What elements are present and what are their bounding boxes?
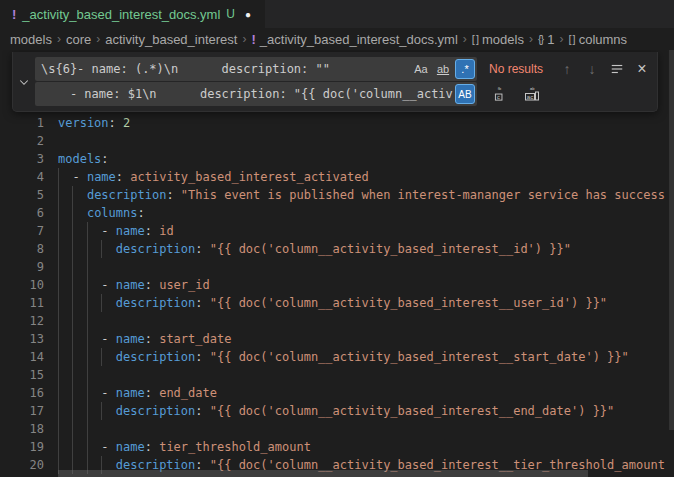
indent-guide [58,222,59,240]
find-previous-icon[interactable]: ↑ [556,58,578,80]
code-line[interactable]: 16 - name: end_date [0,384,674,402]
find-in-selection-icon[interactable] [606,58,628,80]
indent-guide [58,438,59,456]
code-line[interactable]: 12 [0,312,674,330]
modified-dot-icon[interactable]: ● [245,9,251,20]
breadcrumb-item-core[interactable]: core [66,32,91,47]
tab-title: _activity_based_interest_docs.yml [22,7,220,22]
indent-guide [72,402,73,420]
code-line[interactable]: 15 [0,366,674,384]
toggle-replace-chevron-icon[interactable] [13,52,35,111]
yaml-file-icon: ! [12,7,16,22]
code-line-text: description: "{{ doc('column__activity_b… [58,240,674,258]
indent-guide [72,348,73,366]
code-line[interactable]: 9 [0,258,674,276]
vertical-scrollbar[interactable] [669,50,674,430]
svg-text:c: c [497,94,500,100]
line-number: 16 [0,384,58,402]
line-number: 14 [0,348,58,366]
preserve-case-icon[interactable]: AB [455,84,475,104]
line-number: 20 [0,456,58,474]
whole-word-icon[interactable]: ab [433,59,453,79]
line-number: 4 [0,168,58,186]
breadcrumb-label: activity_based_interest [105,32,237,47]
indent-guide [58,312,59,330]
breadcrumb-label: core [66,32,91,47]
code-line-text: - name: tier_threshold_amount [58,438,674,456]
horizontal-scrollbar[interactable] [58,470,588,477]
indent-guide [58,168,59,186]
code-line-text: description: "This event is published wh… [58,186,674,204]
indent-guide [58,366,59,384]
replace-all-icon[interactable]: ᵃᵇ ac [521,83,543,105]
line-number: 7 [0,222,58,240]
code-line[interactable]: 8 description: "{{ doc('column__activity… [0,240,674,258]
indent-guide [87,222,88,240]
replace-icon[interactable]: ᶠᵇ c [490,83,512,105]
indent-guide [72,186,73,204]
code-line-text: columns: [58,204,674,222]
code-line[interactable]: 6 columns: [0,204,674,222]
code-line-text [58,132,674,150]
code-line-text: models: [58,150,674,168]
code-line[interactable]: 18 [0,420,674,438]
replace-input[interactable]: - name: $1\n description: "{{ doc('colum… [35,82,477,106]
code-line-text: description: "{{ doc('column__activity_b… [58,348,674,366]
indent-guide [87,330,88,348]
indent-guide [58,330,59,348]
breadcrumb-item-1[interactable]: {}1 [538,32,555,47]
code-line[interactable]: 7 - name: id [0,222,674,240]
code-line[interactable]: 3models: [0,150,674,168]
indent-guide [87,240,88,258]
svg-text:ac: ac [527,94,533,100]
code-line[interactable]: 1version: 2 [0,114,674,132]
indent-guide [58,186,59,204]
find-input[interactable]: \s{6}- name: (.*)\n description: "" Aa a… [35,57,477,81]
code-line[interactable]: 5 description: "This event is published … [0,186,674,204]
exclaim-symbol-icon: ! [251,32,255,47]
line-number: 3 [0,150,58,168]
indent-guide [72,276,73,294]
indent-guide [72,420,73,438]
breadcrumb-separator-icon: › [242,32,246,46]
code-line[interactable]: 13 - name: start_date [0,330,674,348]
code-line[interactable]: 14 description: "{{ doc('column__activit… [0,348,674,366]
indent-guide [58,276,59,294]
code-line-text: description: "{{ doc('column__activity_b… [58,294,674,312]
indent-guide [72,312,73,330]
breadcrumb-item-activity_based_interest[interactable]: activity_based_interest [105,32,237,47]
code-line[interactable]: 19 - name: tier_threshold_amount [0,438,674,456]
code-line[interactable]: 11 description: "{{ doc('column__activit… [0,294,674,312]
tab-bar: ! _activity_based_interest_docs.yml U ● [0,0,674,28]
breadcrumb-item-columns[interactable]: [ ]columns [569,32,628,47]
close-icon[interactable]: × [631,58,653,80]
indent-guide [87,294,88,312]
indent-guide [58,348,59,366]
breadcrumb-item-models[interactable]: [ ]models [472,32,524,47]
code-line-text: - name: end_date [58,384,674,402]
tab-active-file[interactable]: ! _activity_based_interest_docs.yml U ● [0,0,265,28]
indent-guide [72,204,73,222]
code-line[interactable]: 17 description: "{{ doc('column__activit… [0,402,674,420]
code-line[interactable]: 10 - name: user_id [0,276,674,294]
indent-guide [101,348,102,366]
svg-text:ᵃᵇ: ᵃᵇ [530,87,535,93]
line-number: 13 [0,330,58,348]
regex-icon[interactable]: .* [455,59,475,79]
replace-input-value: - name: $1\n description: "{{ doc('colum… [41,82,453,106]
code-pane: 1version: 223models:4 - name: activity_b… [0,50,674,477]
code-line-text: - name: id [58,222,674,240]
code-line[interactable]: 2 [0,132,674,150]
editor: 1version: 223models:4 - name: activity_b… [0,50,674,477]
indent-guide [101,294,102,312]
code-line[interactable]: 4 - name: activity_based_interest_activa… [0,168,674,186]
breadcrumb-item-_activity_based_interest_docs.yml[interactable]: !_activity_based_interest_docs.yml [251,32,457,47]
indent-guide [87,276,88,294]
indent-guide [87,384,88,402]
find-status: No results [489,62,543,76]
line-number: 17 [0,402,58,420]
find-next-icon[interactable]: ↓ [581,58,603,80]
match-case-icon[interactable]: Aa [411,59,431,79]
breadcrumb-item-models[interactable]: models [10,32,52,47]
indent-guide [87,366,88,384]
